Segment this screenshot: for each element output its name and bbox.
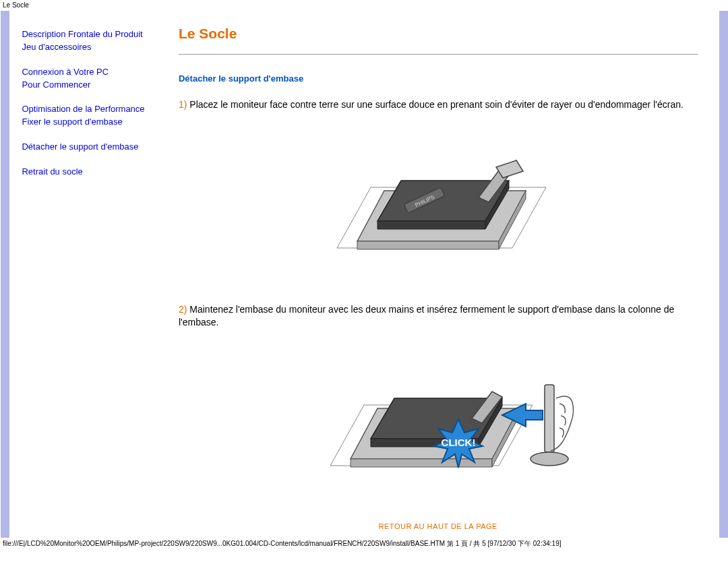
sidebar-group-4: Détacher le support d'embase	[22, 141, 155, 154]
sidebar-link-accessories[interactable]: Jeu d'accessoires	[22, 41, 155, 54]
sidebar-group-3: Optimisation de la Performance Fixer le …	[22, 103, 155, 129]
sidebar-link-connect-pc[interactable]: Connexion à Votre PC	[22, 66, 155, 79]
step1-number: 1)	[179, 99, 187, 110]
sidebar-link-description[interactable]: Description Frontale du Produit	[22, 28, 155, 41]
sidebar-link-get-started[interactable]: Pour Commencer	[22, 79, 155, 92]
figure-step2: CLICK!	[324, 351, 553, 493]
step1-text: 1) Placez le moniteur face contre terre …	[179, 98, 698, 112]
svg-marker-5	[377, 221, 485, 229]
monitor-facedown-icon: PHILIPS	[324, 133, 553, 275]
step2-text: 2) Maintenez l'embase du moniteur avec l…	[179, 303, 698, 330]
sidebar-link-optimization[interactable]: Optimisation de la Performance	[22, 103, 155, 116]
divider	[179, 54, 698, 55]
return-to-top: RETOUR AU HAUT DE LA PAGE	[179, 521, 698, 531]
svg-text:CLICK!: CLICK!	[441, 437, 475, 448]
sidebar-group-1: Description Frontale du Produit Jeu d'ac…	[22, 28, 155, 54]
step2-body: Maintenez l'embase du moniteur avec les …	[179, 304, 674, 328]
svg-marker-2	[357, 241, 499, 249]
sidebar-group-2: Connexion à Votre PC Pour Commencer	[22, 66, 155, 92]
figure-step1: PHILIPS	[324, 133, 553, 275]
svg-point-21	[530, 452, 568, 466]
return-to-top-link[interactable]: RETOUR AU HAUT DE LA PAGE	[379, 522, 497, 530]
right-stripe	[719, 11, 728, 538]
footer-path: file:///E|/LCD%20Monitor%20OEM/Philips/M…	[0, 538, 728, 550]
top-bar: Le Socle	[0, 0, 728, 11]
left-stripe	[1, 11, 9, 538]
sidebar: Description Frontale du Produit Jeu d'ac…	[9, 11, 163, 538]
sidebar-link-detach-base[interactable]: Détacher le support d'embase	[22, 141, 155, 154]
page-wrap: Description Frontale du Produit Jeu d'ac…	[0, 11, 728, 538]
sidebar-link-fix-base[interactable]: Fixer le support d'embase	[22, 116, 155, 129]
step2-number: 2)	[179, 304, 187, 315]
monitor-attach-base-icon: CLICK!	[324, 351, 580, 493]
step1-body: Placez le moniteur face contre terre sur…	[187, 99, 683, 110]
content: Le Socle Détacher le support d'embase 1)…	[164, 11, 719, 538]
page-title: Le Socle	[179, 26, 698, 42]
sidebar-link-remove-stand[interactable]: Retrait du socle	[22, 166, 155, 179]
section-heading: Détacher le support d'embase	[179, 73, 698, 84]
sidebar-group-5: Retrait du socle	[22, 166, 155, 179]
svg-rect-20	[545, 385, 554, 452]
